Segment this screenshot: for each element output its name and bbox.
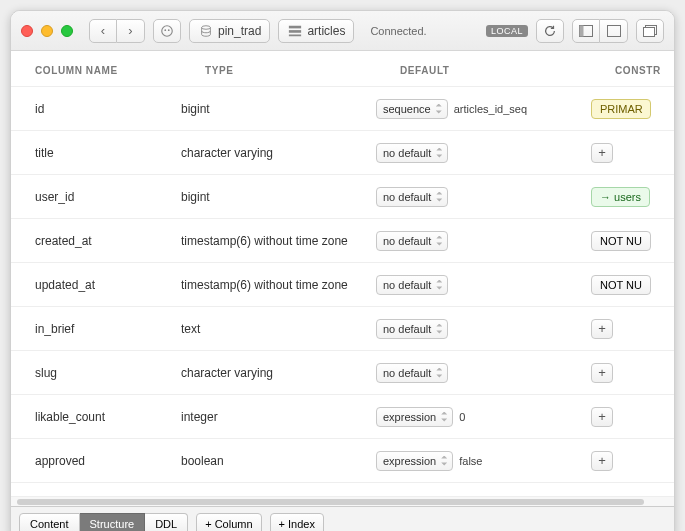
chevron-right-icon: ›	[128, 23, 132, 38]
column-type[interactable]: character varying	[181, 366, 376, 380]
column-name[interactable]: likable_count	[11, 410, 181, 424]
add-constraint-button[interactable]: +	[591, 451, 613, 471]
table-crumb[interactable]: articles	[278, 19, 354, 43]
new-window-button[interactable]	[636, 19, 664, 43]
column-row[interactable]: updated_attimestamp(6) without time zone…	[11, 263, 674, 307]
connection-status: Connected. LOCAL	[362, 25, 528, 37]
right-panel-toggle[interactable]	[600, 19, 628, 43]
column-type[interactable]: timestamp(6) without time zone	[181, 278, 376, 292]
column-row[interactable]: created_attimestamp(6) without time zone…	[11, 219, 674, 263]
left-panel-toggle[interactable]	[572, 19, 600, 43]
column-row[interactable]: user_idbigintno default→ users	[11, 175, 674, 219]
svg-point-2	[168, 29, 170, 31]
foreign-key-badge[interactable]: → users	[591, 187, 650, 207]
titlebar: ‹ › pin_trad articles Connected. LOCAL	[11, 11, 674, 51]
sidebar-toggle-group	[572, 19, 628, 43]
column-constraints: +	[591, 363, 674, 383]
not-null-badge[interactable]: NOT NU	[591, 275, 651, 295]
column-default: no default	[376, 363, 591, 383]
svg-rect-8	[580, 25, 584, 36]
default-mode-select[interactable]: expression	[376, 451, 453, 471]
default-mode-select[interactable]: no default	[376, 143, 448, 163]
default-mode-select[interactable]: sequence	[376, 99, 448, 119]
column-default: expression0	[376, 407, 591, 427]
svg-rect-5	[289, 30, 301, 33]
column-type[interactable]: bigint	[181, 102, 376, 116]
default-value[interactable]: false	[459, 455, 482, 467]
database-icon	[198, 24, 214, 38]
add-constraint-button[interactable]: +	[591, 143, 613, 163]
default-value[interactable]: articles_id_seq	[454, 103, 527, 115]
column-type[interactable]: boolean	[181, 454, 376, 468]
column-type[interactable]: character varying	[181, 146, 376, 160]
column-default: no default	[376, 319, 591, 339]
columns-list[interactable]: idbigintsequencearticles_id_seqPRIMARtit…	[11, 87, 674, 496]
svg-point-0	[162, 25, 173, 36]
back-button[interactable]: ‹	[89, 19, 117, 43]
tab-structure[interactable]: Structure	[80, 513, 146, 532]
column-row[interactable]: idbigintsequencearticles_id_seqPRIMAR	[11, 87, 674, 131]
close-window-button[interactable]	[21, 25, 33, 37]
column-name[interactable]: approved	[11, 454, 181, 468]
primary-key-badge[interactable]: PRIMAR	[591, 99, 651, 119]
column-name[interactable]: id	[11, 102, 181, 116]
column-row[interactable]: in_brieftextno default+	[11, 307, 674, 351]
add-constraint-button[interactable]: +	[591, 319, 613, 339]
column-name[interactable]: user_id	[11, 190, 181, 204]
add-constraint-button[interactable]: +	[591, 407, 613, 427]
column-type[interactable]: integer	[181, 410, 376, 424]
column-name[interactable]: title	[11, 146, 181, 160]
default-mode-select[interactable]: no default	[376, 363, 448, 383]
add-column-button[interactable]: + Column	[196, 513, 261, 532]
column-constraints: PRIMAR	[591, 99, 674, 119]
tab-content[interactable]: Content	[19, 513, 80, 532]
column-default: no default	[376, 231, 591, 251]
column-row[interactable]: slugcharacter varyingno default+	[11, 351, 674, 395]
default-mode-select[interactable]: no default	[376, 187, 448, 207]
add-index-button[interactable]: + Index	[270, 513, 324, 532]
column-default: no default	[376, 275, 591, 295]
column-row[interactable]: approvedbooleanexpressionfalse+	[11, 439, 674, 483]
add-constraint-button[interactable]: +	[591, 363, 613, 383]
default-mode-select[interactable]: no default	[376, 319, 448, 339]
column-constraints: NOT NU	[591, 275, 674, 295]
not-null-badge[interactable]: NOT NU	[591, 231, 651, 251]
view-tabs: ContentStructureDDL	[19, 513, 188, 532]
tab-ddl[interactable]: DDL	[145, 513, 188, 532]
column-name[interactable]: created_at	[11, 234, 181, 248]
svg-rect-9	[607, 25, 620, 36]
column-type[interactable]: text	[181, 322, 376, 336]
column-name[interactable]: updated_at	[11, 278, 181, 292]
header-name: COLUMN NAME	[35, 65, 205, 76]
refresh-icon	[543, 24, 557, 38]
svg-rect-11	[644, 27, 655, 36]
database-crumb[interactable]: pin_trad	[189, 19, 270, 43]
column-row[interactable]: likable_countintegerexpression0+	[11, 395, 674, 439]
column-constraints: +	[591, 451, 674, 471]
minimize-window-button[interactable]	[41, 25, 53, 37]
column-name[interactable]: slug	[11, 366, 181, 380]
column-constraints: → users	[591, 187, 674, 207]
horizontal-scrollbar[interactable]	[11, 496, 674, 506]
column-constraints: +	[591, 407, 674, 427]
refresh-button[interactable]	[536, 19, 564, 43]
default-mode-select[interactable]: no default	[376, 231, 448, 251]
forward-button[interactable]: ›	[117, 19, 145, 43]
default-mode-select[interactable]: expression	[376, 407, 453, 427]
status-text: Connected.	[370, 25, 426, 37]
column-row[interactable]: titlecharacter varyingno default+	[11, 131, 674, 175]
table-icon	[287, 24, 303, 38]
default-mode-select[interactable]: no default	[376, 275, 448, 295]
database-name: pin_trad	[218, 24, 261, 38]
column-constraints: NOT NU	[591, 231, 674, 251]
column-type[interactable]: timestamp(6) without time zone	[181, 234, 376, 248]
scrollbar-thumb[interactable]	[17, 499, 644, 505]
zoom-window-button[interactable]	[61, 25, 73, 37]
panel-left-icon	[579, 25, 593, 37]
default-value[interactable]: 0	[459, 411, 465, 423]
connection-button[interactable]	[153, 19, 181, 43]
column-name[interactable]: in_brief	[11, 322, 181, 336]
app-window: ‹ › pin_trad articles Connected. LOCAL C	[10, 10, 675, 531]
column-type[interactable]: bigint	[181, 190, 376, 204]
header-type: TYPE	[205, 65, 400, 76]
